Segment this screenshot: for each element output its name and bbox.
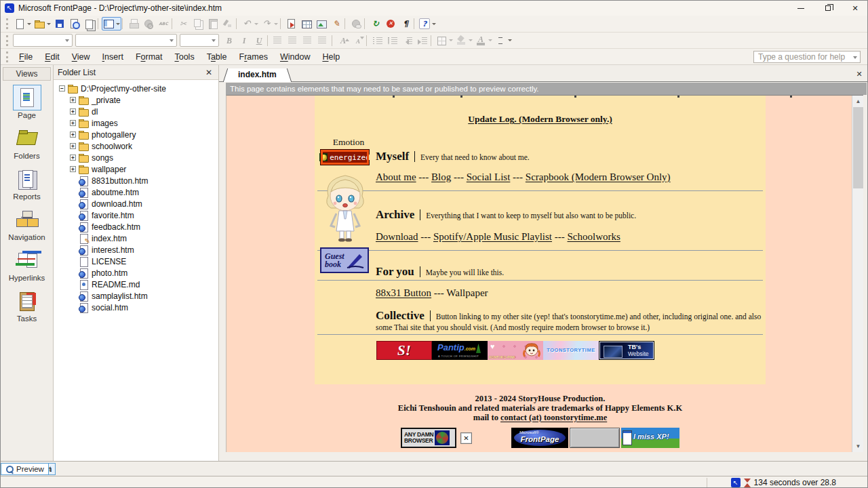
toonstorytime-banner[interactable]: TOONSTORYTIME (543, 341, 599, 360)
menu-item[interactable]: Frames (233, 50, 274, 64)
tree-expander[interactable] (70, 178, 76, 184)
menu-item[interactable]: File (13, 50, 39, 64)
broken-image-icon[interactable]: ✕ (460, 432, 472, 444)
page-link[interactable]: Blog (431, 171, 451, 182)
tree-expander[interactable] (70, 270, 76, 276)
tree-item[interactable]: favorite.htm (59, 209, 218, 221)
tb-website-banner[interactable]: TB's Website (599, 341, 654, 360)
stop-button[interactable] (383, 17, 398, 30)
separator[interactable] (279, 18, 284, 30)
tree-expander[interactable] (70, 201, 76, 207)
tree-expander[interactable] (70, 281, 76, 287)
separator[interactable] (235, 18, 240, 30)
separator[interactable] (331, 35, 336, 47)
tree-item[interactable]: aboutme.htm (59, 186, 218, 198)
page-link[interactable]: --- (451, 171, 467, 182)
shrink-font-button[interactable]: A (351, 34, 366, 47)
tree-expander[interactable]: + (70, 120, 76, 126)
tree-item[interactable]: download.htm (59, 198, 218, 209)
font-color-button[interactable]: A (474, 34, 494, 47)
menu-item[interactable]: Tools (168, 50, 200, 64)
menu-item[interactable]: Edit (39, 50, 66, 64)
justify-button[interactable] (316, 34, 331, 47)
page-link[interactable]: --- (418, 231, 434, 242)
tree-expander[interactable] (70, 224, 76, 230)
mail-link[interactable]: contact (at) toonstorytime.me (500, 413, 607, 422)
format-painter-button[interactable] (220, 17, 235, 30)
tree-expander[interactable]: + (70, 143, 76, 149)
tree-expander[interactable] (70, 293, 76, 299)
underline-button[interactable]: U (252, 34, 267, 47)
separator[interactable] (413, 18, 418, 30)
page-link[interactable]: --- (510, 171, 526, 182)
page-link[interactable]: --- (431, 287, 446, 298)
save-button[interactable] (52, 17, 67, 30)
toolbar-grip[interactable] (6, 18, 9, 29)
views-item-reports[interactable]: Reports (1, 166, 53, 207)
page-link[interactable]: Scrapbook (Modern Browser Only) (526, 171, 671, 182)
numbered-list-button[interactable] (370, 34, 385, 47)
menu-item[interactable]: Format (130, 50, 169, 64)
tree-item[interactable]: feedback.htm (59, 221, 218, 232)
page-link[interactable]: --- (416, 171, 432, 182)
minimize-button[interactable] (787, 1, 814, 16)
tree-item[interactable]: + images (59, 117, 218, 129)
document-close-icon[interactable]: ✕ (854, 69, 865, 80)
open-button[interactable] (33, 17, 52, 30)
align-right-button[interactable] (301, 34, 316, 47)
help-search-input[interactable]: Type a question for help (753, 51, 861, 63)
tree-item[interactable]: + schoolwork (59, 140, 218, 152)
blank-badge[interactable] (570, 428, 620, 448)
tree-expander[interactable] (70, 258, 76, 264)
tree-expander[interactable] (70, 235, 76, 241)
tree-expander[interactable] (70, 189, 76, 195)
pantip-banner[interactable]: Pantip.com A TOUCH OF FRIENDSHIP (432, 341, 488, 360)
document-tab[interactable]: index.htm (229, 68, 286, 82)
tree-item[interactable]: 8831button.htm (59, 175, 218, 186)
tree-expander[interactable] (70, 304, 76, 310)
italic-button[interactable]: I (237, 34, 252, 47)
tree-item[interactable]: + _private (59, 94, 218, 106)
show-all-button[interactable]: ¶ (398, 17, 413, 30)
separator[interactable] (344, 18, 349, 30)
align-left-button[interactable] (271, 34, 286, 47)
bullet-list-button[interactable] (385, 34, 400, 47)
i-miss-xp-badge[interactable]: I miss XP! (621, 428, 679, 448)
page-link[interactable]: Download (376, 231, 418, 242)
paste-button[interactable] (205, 17, 220, 30)
web-component-button[interactable] (284, 17, 299, 30)
page-link[interactable]: Schoolworks (568, 231, 620, 242)
scroll-up-icon[interactable]: ▲ (852, 96, 863, 107)
tree-expander[interactable]: + (70, 166, 76, 172)
tree-item[interactable]: LICENSE (59, 256, 218, 267)
tree-item[interactable]: + songs (59, 152, 218, 163)
tree-expander[interactable] (70, 247, 76, 253)
undo-button[interactable]: ↶ (240, 17, 260, 30)
tree-expander[interactable]: + (70, 108, 76, 115)
tree-item[interactable]: index.htm (59, 232, 218, 244)
style-select[interactable] (13, 34, 73, 47)
preview-pages-button[interactable] (82, 17, 97, 30)
tree-item[interactable]: + photogallery (59, 129, 218, 140)
tree-item[interactable]: photo.htm (59, 267, 218, 279)
views-item-tasks[interactable]: Tasks (1, 288, 53, 329)
emotion-badge[interactable]: energized (320, 149, 370, 165)
cut-button[interactable]: ✂ (176, 17, 191, 30)
close-button[interactable]: ✕ (842, 1, 868, 16)
preview-view-tab[interactable]: Preview (1, 463, 49, 475)
toolbar-grip[interactable] (6, 35, 9, 46)
toggle-pane-button[interactable] (102, 17, 121, 30)
vertical-scrollbar[interactable]: ▲ ▼ (852, 96, 863, 452)
tree-expander[interactable]: − (59, 85, 65, 92)
tree-item[interactable]: samplaylist.htm (59, 290, 218, 302)
folder-list-close-icon[interactable]: ✕ (203, 68, 214, 77)
separator[interactable] (171, 18, 176, 30)
page-link[interactable]: Spotify/Apple Music Playlist (433, 231, 552, 242)
tree-expander[interactable]: + (70, 97, 76, 103)
font-size-select[interactable] (180, 34, 219, 47)
publish-site-button[interactable] (67, 17, 82, 30)
decrease-indent-button[interactable] (400, 34, 415, 47)
update-log-link[interactable]: Update Log. (Modern Browser only.) (315, 114, 766, 125)
tree-item[interactable]: + dl (59, 106, 218, 117)
align-center-button[interactable] (286, 34, 301, 47)
